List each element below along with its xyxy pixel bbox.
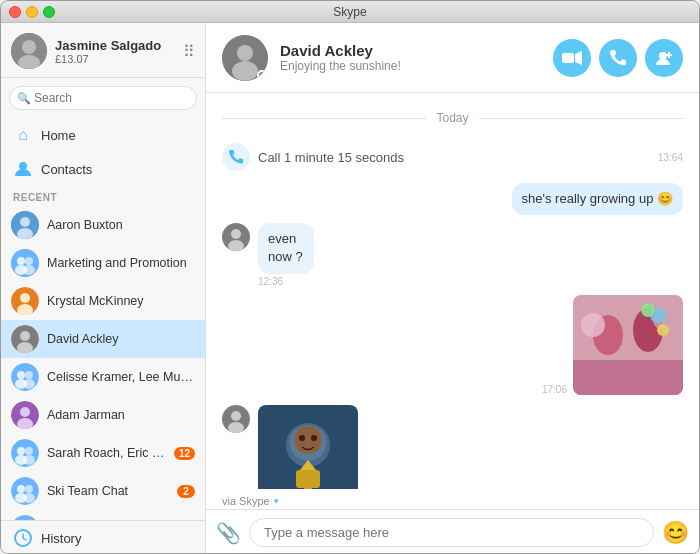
call-time: 13:64 <box>658 152 683 163</box>
contact-item-ski-team-chat[interactable]: Ski Team Chat 2 <box>1 472 205 510</box>
avatar-adam-jarman <box>11 401 39 429</box>
photo-time-right: 17:06 <box>542 384 567 395</box>
svg-point-68 <box>657 324 669 336</box>
svg-point-27 <box>17 447 25 455</box>
nav-home[interactable]: ⌂ Home <box>1 118 205 152</box>
svg-point-8 <box>17 257 25 265</box>
svg-point-78 <box>311 435 317 441</box>
svg-point-52 <box>232 61 258 81</box>
app-title: Skype <box>333 5 366 19</box>
svg-point-51 <box>237 45 253 61</box>
message-row-sent-1: she's really growing up 😊 <box>222 183 683 215</box>
svg-point-1 <box>22 40 36 54</box>
attach-icon[interactable]: 📎 <box>216 521 241 545</box>
contact-name-celisse-kramer: Celisse Kramer, Lee Murphy, MJ... <box>47 370 195 384</box>
nav-history-label: History <box>41 531 81 546</box>
badge-sarah-roach: 12 <box>174 447 195 460</box>
chat-contact-name: David Ackley <box>280 42 541 59</box>
message-bubble-received-1: even now ? <box>258 223 314 273</box>
call-message: Call 1 minute 15 seconds 13:64 <box>222 139 683 175</box>
chat-header-avatar <box>222 35 268 81</box>
avatar-aaron-buxton <box>11 211 39 239</box>
voice-call-button[interactable] <box>599 39 637 77</box>
svg-point-16 <box>20 331 30 341</box>
user-info: Jasmine Salgado £13.07 <box>55 38 175 65</box>
contact-name-david-ackley: David Ackley <box>47 332 195 346</box>
photo-bubble-right <box>573 295 683 395</box>
svg-point-22 <box>23 379 35 389</box>
chat-contact-status: Enjoying the sunshine! <box>280 59 541 73</box>
svg-point-28 <box>25 447 33 455</box>
contact-item-sarah-roach[interactable]: Sarah Roach, Eric Ishida 12 <box>1 434 205 472</box>
photo-row-received: 17:06 <box>222 295 683 395</box>
contact-item-david-ackley[interactable]: David Ackley <box>1 320 205 358</box>
svg-point-3 <box>19 162 27 170</box>
contact-item-krystal-mckinney[interactable]: Krystal McKinney <box>1 282 205 320</box>
call-avatar <box>222 143 250 171</box>
nav-home-label: Home <box>41 128 76 143</box>
contact-name-sarah-roach: Sarah Roach, Eric Ishida <box>47 446 166 460</box>
chat-area: David Ackley Enjoying the sunshine! Toda… <box>206 23 699 554</box>
minimize-button[interactable] <box>26 6 38 18</box>
chat-input-bar: 📎 😊 <box>206 509 699 554</box>
user-avatar <box>11 33 47 69</box>
contact-item-aaron-buxton[interactable]: Aaron Buxton <box>1 206 205 244</box>
message-input[interactable] <box>249 518 654 547</box>
recent-label: RECENT <box>1 186 205 206</box>
svg-point-33 <box>25 485 33 493</box>
svg-point-13 <box>20 293 30 303</box>
svg-rect-66 <box>573 360 683 395</box>
chat-header: David Ackley Enjoying the sunshine! <box>206 23 699 93</box>
nav-history[interactable]: History <box>1 520 205 554</box>
photo-bubble-left <box>258 405 358 489</box>
svg-point-59 <box>231 229 241 239</box>
add-contact-button[interactable] <box>645 39 683 77</box>
home-icon: ⌂ <box>13 125 33 145</box>
contact-item-marketing-promotion[interactable]: Marketing and Promotion <box>1 244 205 282</box>
svg-point-5 <box>20 217 30 227</box>
svg-point-69 <box>641 303 655 317</box>
sidebar-header: Jasmine Salgado £13.07 ⠿ <box>1 23 205 78</box>
svg-point-36 <box>11 515 39 520</box>
emoji-picker-button[interactable]: 😊 <box>662 520 689 546</box>
nav-contacts-label: Contacts <box>41 162 92 177</box>
avatar-ski-team-chat <box>11 477 39 505</box>
contact-list: Aaron Buxton Marketing and Promotion Kry… <box>1 206 205 520</box>
contact-name-marketing-promotion: Marketing and Promotion <box>47 256 195 270</box>
video-call-button[interactable] <box>553 39 591 77</box>
nav-contacts[interactable]: Contacts <box>1 152 205 186</box>
avatar-david-ackley <box>11 325 39 353</box>
chat-header-info: David Ackley Enjoying the sunshine! <box>280 42 541 73</box>
svg-point-11 <box>23 265 35 275</box>
message-row-received-1: even now ? 12:36 <box>222 223 683 286</box>
svg-point-9 <box>25 257 33 265</box>
app-container: Jasmine Salgado £13.07 ⠿ 🔍 ⌂ Home Contac… <box>1 23 699 554</box>
via-skype-label: via Skype ▾ <box>222 491 683 509</box>
svg-point-77 <box>299 435 305 441</box>
contact-item-weekly-roundtable[interactable]: Weekly roundtable <box>1 510 205 520</box>
message-time-received-1: 12:36 <box>258 276 345 287</box>
chat-actions <box>553 39 683 77</box>
maximize-button[interactable] <box>43 6 55 18</box>
chat-messages: Today Call 1 minute 15 seconds 13:64 she… <box>206 93 699 489</box>
svg-point-55 <box>659 52 667 60</box>
svg-point-24 <box>20 407 30 417</box>
close-button[interactable] <box>9 6 21 18</box>
contact-name-krystal-mckinney: Krystal McKinney <box>47 294 195 308</box>
svg-point-30 <box>23 455 35 465</box>
titlebar: Skype <box>1 1 699 23</box>
contact-name-adam-jarman: Adam Jarman <box>47 408 195 422</box>
photo-row-sent: 17:06 <box>222 405 683 489</box>
user-name: Jasmine Salgado <box>55 38 175 53</box>
badge-ski-team-chat: 2 <box>177 485 195 498</box>
search-input[interactable] <box>9 86 197 110</box>
contact-item-adam-jarman[interactable]: Adam Jarman <box>1 396 205 434</box>
via-skype-row: via Skype ▾ <box>206 489 699 509</box>
history-icon <box>13 528 33 548</box>
grid-icon[interactable]: ⠿ <box>183 42 195 61</box>
svg-point-64 <box>581 313 605 337</box>
user-avatar-img <box>11 33 47 69</box>
window-controls[interactable] <box>9 6 55 18</box>
contact-item-celisse-kramer[interactable]: Celisse Kramer, Lee Murphy, MJ... <box>1 358 205 396</box>
date-divider: Today <box>222 111 683 125</box>
